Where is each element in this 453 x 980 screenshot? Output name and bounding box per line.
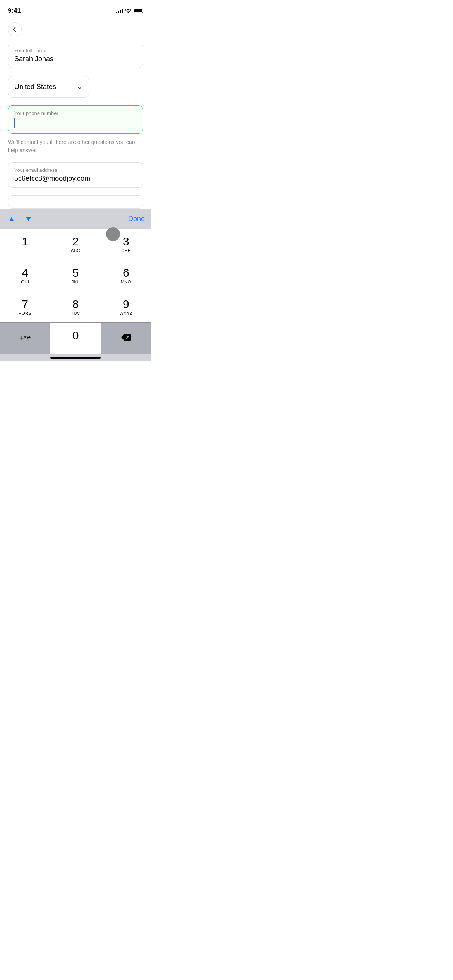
signal-icon [116, 9, 123, 13]
chevron-down-icon: ⌄ [77, 82, 82, 91]
key-6[interactable]: 6 MNO [101, 260, 151, 291]
country-value: United States [14, 83, 56, 91]
toolbar-prev-button[interactable]: ▲ [6, 213, 17, 225]
key-9[interactable]: 9 WXYZ [101, 291, 151, 322]
toolbar-nav: ▲ ▼ [6, 213, 34, 225]
key-7[interactable]: 7 PQRS [0, 291, 50, 322]
toolbar-next-button[interactable]: ▼ [23, 213, 34, 225]
wifi-icon [125, 9, 131, 13]
email-label: Your email address [14, 167, 137, 173]
key-1[interactable]: 1 [0, 229, 50, 260]
drag-handle[interactable] [106, 227, 120, 241]
phone-cursor-container [14, 118, 137, 128]
key-8[interactable]: 8 TUV [50, 291, 100, 322]
full-name-label: Your full name [14, 48, 137, 53]
status-bar: 9:41 [0, 0, 151, 19]
form-content: Your full name Sarah Jonas United States… [0, 43, 151, 209]
country-selector[interactable]: United States ⌄ [8, 76, 89, 98]
key-0[interactable]: 0 [50, 323, 100, 354]
full-name-value: Sarah Jonas [14, 55, 137, 63]
home-bar [50, 357, 101, 359]
key-symbols[interactable]: +*# [0, 323, 50, 354]
status-time: 9:41 [8, 7, 21, 15]
numeric-keyboard: 1 2 ABC 3 DEF 4 GHI 5 JKL 6 MNO 7 PQRS 8… [0, 229, 151, 354]
delete-icon [120, 333, 131, 344]
phone-label: Your phone number [14, 110, 137, 116]
key-5[interactable]: 5 JKL [50, 260, 100, 291]
toolbar-done-button[interactable]: Done [128, 215, 145, 223]
email-value: 5c6efcc8@moodjoy.com [14, 175, 137, 183]
keyboard-toolbar: ▲ ▼ Done [0, 209, 151, 229]
next-field-partial [8, 195, 143, 209]
back-button[interactable] [8, 22, 22, 36]
full-name-field[interactable]: Your full name Sarah Jonas [8, 43, 143, 68]
phone-number-field[interactable]: Your phone number [8, 105, 143, 134]
key-delete[interactable] [101, 323, 151, 354]
key-4[interactable]: 4 GHI [0, 260, 50, 291]
key-2[interactable]: 2 ABC [50, 229, 100, 260]
back-chevron-icon [12, 27, 18, 32]
helper-text: We'll contact you if there are other que… [8, 138, 143, 154]
status-icons [116, 9, 143, 13]
battery-icon [134, 9, 143, 13]
email-field[interactable]: Your email address 5c6efcc8@moodjoy.com [8, 162, 143, 188]
text-cursor [14, 118, 15, 128]
home-indicator [0, 354, 151, 361]
